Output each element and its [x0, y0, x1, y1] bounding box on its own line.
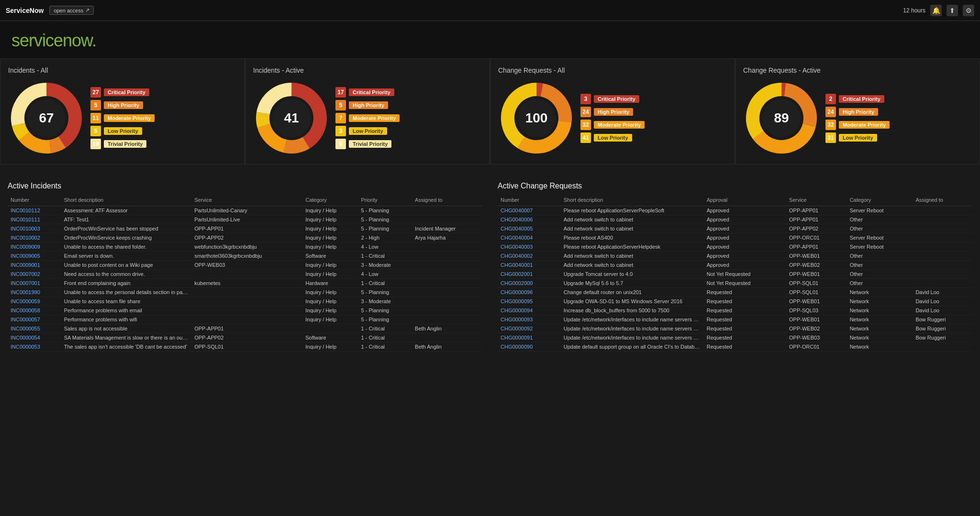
table-cell — [412, 279, 482, 288]
table-cell: Unable to access team file share — [61, 297, 192, 306]
table-row[interactable]: CHG0000093Update /etc/network/interfaces… — [498, 315, 972, 324]
table-cell: Add network switch to cabinet — [561, 252, 704, 261]
legend-item-1: 5 High Priority — [335, 100, 400, 110]
table-cell: OPP-APP01 — [786, 215, 847, 224]
legend-count: 5 — [335, 100, 346, 110]
table-cell: Network — [847, 306, 913, 315]
table-row[interactable]: INC0010112Assessment: ATF AssessorPartsU… — [8, 206, 482, 215]
table-cell — [913, 279, 972, 288]
table-cell: Network — [847, 297, 913, 306]
table-cell: CHG0040003 — [498, 242, 561, 252]
chart-title: Change Requests - Active — [743, 66, 972, 74]
table-cell: Performance problems with wifi — [61, 315, 192, 324]
table-row[interactable]: INC0000057Performance problems with wifi… — [8, 315, 482, 324]
table-cell: INC0000053 — [8, 342, 61, 351]
table-row[interactable]: CHG0040001Add network switch to cabinetA… — [498, 261, 972, 270]
table-cell: Approved — [704, 252, 786, 261]
table-cell: Beth Anglin — [412, 324, 482, 333]
table-row[interactable]: CHG0040003Please reboot ApplicationServe… — [498, 242, 972, 252]
table-row[interactable]: INC0010003OrderProcWinService has been s… — [8, 224, 482, 233]
settings-icon[interactable]: ⚙ — [963, 5, 974, 16]
table-row[interactable]: CHG0040006Add network switch to cabinetA… — [498, 215, 972, 224]
table-cell: OPP-APP01 — [191, 324, 302, 333]
table-row[interactable]: CHG0000092Update /etc/network/interfaces… — [498, 324, 972, 333]
table-row[interactable]: INC0000054SA Materials Management is slo… — [8, 333, 482, 342]
col-header: Priority — [358, 195, 412, 206]
table-cell: OPP-SQL03 — [786, 306, 847, 315]
table-row[interactable]: INC0009001Unable to post content on a Wi… — [8, 261, 482, 270]
access-badge[interactable]: open access ↗ — [49, 6, 94, 15]
table-row[interactable]: INC0007002Need access to the common driv… — [8, 270, 482, 279]
table-cell: Requested — [704, 297, 786, 306]
chart-title: Change Requests - All — [498, 66, 727, 74]
table-row[interactable]: CHG0040005Add network switch to cabinetA… — [498, 224, 972, 233]
legend-count: 11 — [90, 113, 101, 123]
table-row[interactable]: CHG0000091Update /etc/network/interfaces… — [498, 333, 972, 342]
table-row[interactable]: CHG0002000Upgrade MySql 5.6 to 5.7Not Ye… — [498, 279, 972, 288]
notifications-icon[interactable]: 🔔 — [930, 5, 942, 16]
table-row[interactable]: INC0007001Front end complaining againkub… — [8, 279, 482, 288]
table-row[interactable]: CHG0040007Please reboot ApplicationServe… — [498, 206, 972, 215]
table-cell: Approved — [704, 224, 786, 233]
badge-label: open access — [54, 8, 83, 13]
table-row[interactable]: CHG0000094Increase db_block_buffers from… — [498, 306, 972, 315]
charts-grid: Incidents - All 67 27 Critical Priority … — [0, 58, 980, 174]
table-cell — [913, 342, 972, 351]
table-cell: Requested — [704, 315, 786, 324]
col-header: Service — [786, 195, 847, 206]
chart-panel-0: Incidents - All 67 27 Critical Priority … — [0, 58, 245, 165]
legend-count: 7 — [335, 113, 346, 123]
table-cell — [913, 242, 972, 252]
table-cell: INC0000057 — [8, 315, 61, 324]
legend-count: 3 — [335, 126, 346, 136]
topbar: ServiceNow open access ↗ 12 hours 🔔 ⬆ ⚙ — [0, 0, 980, 21]
chart-content: 67 27 Critical Priority 5 High Priority … — [8, 80, 237, 156]
brand-name: ServiceNow — [6, 7, 44, 14]
table-cell: Upgrade Tomcat server to 4.0 — [561, 270, 704, 279]
table-row[interactable]: INC0000059Unable to access team file sha… — [8, 297, 482, 306]
legend-count: 2 — [825, 94, 836, 104]
table-cell: Unable to post content on a Wiki page — [61, 261, 192, 270]
table-row[interactable]: CHG0000090Update default support group o… — [498, 342, 972, 351]
col-header: Assigned to — [913, 195, 972, 206]
col-header: Assigned to — [412, 195, 482, 206]
legend-label: High Priority — [594, 108, 633, 116]
table-cell — [412, 288, 482, 297]
table-row[interactable]: CHG0040004Please reboot AS400ApprovedOPP… — [498, 233, 972, 242]
donut-total: 41 — [272, 99, 311, 137]
table-row[interactable]: INC0001990Unable to access the personal … — [8, 288, 482, 297]
legend-item-3: 3 Low Priority — [335, 126, 400, 136]
table-row[interactable]: INC0000055Sales app is not accessibleOPP… — [8, 324, 482, 333]
legend-label: Low Priority — [349, 127, 387, 135]
table-cell: Server Reboot — [847, 206, 913, 215]
time-display: 12 hours — [903, 7, 925, 14]
col-header: Short description — [561, 195, 704, 206]
legend-item-4: 19 Trivial Priority — [90, 139, 155, 149]
table-cell: OPP-APP01 — [786, 206, 847, 215]
share-icon[interactable]: ⬆ — [947, 5, 958, 16]
table-cell: Network — [847, 324, 913, 333]
table-cell: Sales app is not accessible — [61, 324, 192, 333]
donut-total: 67 — [27, 99, 66, 137]
table-cell: Software — [302, 333, 358, 342]
table-row[interactable]: INC0000058Performance problems with emai… — [8, 306, 482, 315]
table-cell: Add network switch to cabinet — [561, 261, 704, 270]
table-row[interactable]: CHG0000095Upgrade OWA-SD-01 to MS Window… — [498, 297, 972, 306]
table-cell: Hardware — [302, 279, 358, 288]
table-row[interactable]: CHG0000096Change default router on unix2… — [498, 288, 972, 297]
table-cell: Add network switch to cabinet — [561, 215, 704, 224]
table-row[interactable]: INC0009009Unable to access the shared fo… — [8, 242, 482, 252]
table-row[interactable]: INC0010002OrderProcWinService keeps cras… — [8, 233, 482, 242]
table-row[interactable]: INC0000053The sales app isn't accessible… — [8, 342, 482, 351]
table-row[interactable]: CHG0040002Add network switch to cabinetA… — [498, 252, 972, 261]
table-row[interactable]: INC0010111ATF: Test1PartsUnlimited-LiveI… — [8, 215, 482, 224]
table-cell: Bow Ruggeri — [913, 333, 972, 342]
table-cell: Network — [847, 342, 913, 351]
table-row[interactable]: INC0009005Email server is down.smarthote… — [8, 252, 482, 261]
table-cell: OPP-APP01 — [191, 224, 302, 233]
legend-label: Moderate Priority — [104, 114, 155, 122]
table-cell: OPP-APP02 — [786, 224, 847, 233]
table-cell: Update /etc/network/interfaces to includ… — [561, 333, 704, 342]
table-row[interactable]: CHG0002001Upgrade Tomcat server to 4.0No… — [498, 270, 972, 279]
chart-title: Incidents - Active — [253, 66, 482, 74]
